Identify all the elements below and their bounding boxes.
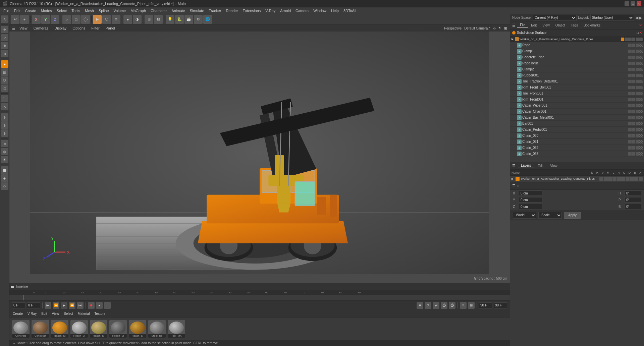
obj-action-4[interactable]: · [636, 38, 639, 41]
menu-character[interactable]: Character [149, 8, 169, 13]
coord-y-pos[interactable] [519, 197, 542, 203]
anim-record[interactable]: ⏺ [88, 302, 95, 309]
obj-row-cabin-wiper[interactable]: ▲ Cabin_Wiper001 [510, 103, 644, 109]
obj-act[interactable] [628, 110, 632, 113]
material-reach-1[interactable]: Reach_Si [51, 320, 68, 338]
toolbar-prefs[interactable]: ⚙ [194, 15, 203, 24]
toolbar-cube[interactable]: □ [72, 15, 80, 24]
menu-arnold[interactable]: Arnold [278, 8, 293, 13]
obj-act[interactable] [628, 146, 632, 150]
obj-act[interactable] [636, 128, 639, 131]
obj-act-checker[interactable] [639, 62, 643, 65]
toolbar-material[interactable]: ● [123, 15, 132, 24]
obj-row-cabin-chair[interactable]: ▲ Cabin_Chair001 [510, 109, 644, 115]
obj-action-1[interactable]: · [625, 38, 628, 41]
menu-edit[interactable]: Edit [12, 8, 22, 13]
node-space-select[interactable]: Current (V-Ray) [533, 15, 577, 21]
tool-effector[interactable]: $ [1, 121, 8, 129]
obj-action-3[interactable]: · [632, 38, 635, 41]
obj-action-5[interactable]: · [639, 38, 643, 41]
anim-power[interactable]: ⏻ [441, 302, 447, 309]
tab-edit[interactable]: Edit [528, 23, 539, 27]
viewport[interactable]: ☰ View Cameras Display Options Filter Pa… [9, 25, 510, 283]
tool-sculpt[interactable]: ⟳ [1, 182, 8, 190]
layer-icon-7[interactable]: · [626, 177, 630, 181]
tab-bookmarks[interactable]: Bookmarks [581, 23, 603, 27]
layer-icon-8[interactable]: · [630, 177, 634, 181]
current-time-input[interactable] [27, 302, 40, 308]
layers-tab-layers[interactable]: Layers [518, 163, 534, 168]
obj-act-checker[interactable] [639, 128, 643, 131]
obj-act[interactable] [632, 56, 635, 59]
menu-tools[interactable]: Tools [69, 8, 82, 13]
obj-act[interactable] [632, 86, 635, 89]
btn-edit[interactable]: Edit [39, 311, 49, 316]
anim-power2[interactable]: ⏻ [449, 302, 455, 309]
tab-view[interactable]: View [540, 23, 552, 27]
obj-act[interactable] [628, 86, 632, 89]
obj-act-checker[interactable] [639, 104, 643, 107]
layer-icon-1[interactable]: · [599, 177, 603, 181]
obj-act[interactable] [632, 122, 635, 125]
coord-h-rot[interactable] [625, 190, 641, 196]
material-construct[interactable]: Construct [32, 320, 49, 338]
max-time-input[interactable] [494, 302, 507, 308]
obj-row-tire-front[interactable]: ▲ Tire_Front001 [510, 91, 644, 97]
rp-icon-2[interactable]: ▶ [639, 15, 642, 20]
tab-tags[interactable]: Tags [568, 23, 581, 27]
layer-icon-10[interactable]: · [639, 177, 643, 181]
material-tool[interactable]: Tool_MA [168, 320, 185, 338]
obj-act-checker[interactable] [639, 44, 643, 47]
timeline-ruler[interactable]: 0 5 10 15 20 25 30 35 40 45 50 55 60 [9, 290, 510, 295]
obj-act-checker[interactable] [639, 68, 643, 71]
obj-act-checker[interactable] [639, 134, 643, 137]
obj-row-tire-traction[interactable]: ▲ Tire_Traction_Detail001 [510, 78, 644, 84]
obj-act[interactable] [628, 62, 632, 65]
coord-z-pos[interactable] [519, 204, 542, 209]
layout-select[interactable]: Startup (User) [590, 15, 634, 21]
tool-rotate[interactable]: ↻ [1, 42, 8, 49]
tool-edge[interactable]: ⬡ [1, 76, 8, 84]
minimize-button[interactable]: ─ [625, 1, 629, 6]
tool-mesh[interactable]: ▦ [1, 68, 8, 76]
obj-act[interactable] [628, 74, 632, 77]
obj-act-checker[interactable] [639, 92, 643, 95]
obj-row-bar001[interactable]: ▲ Bar001 [510, 121, 644, 127]
obj-act[interactable] [628, 104, 632, 107]
toolbar-online[interactable]: 🌐 [203, 15, 212, 24]
viewport-ctrl-2[interactable]: ↻ [498, 26, 501, 31]
obj-act[interactable] [628, 56, 632, 59]
obj-row-rubber001[interactable]: ▲ Rubber001 [510, 72, 644, 78]
obj-action-color[interactable] [621, 38, 624, 41]
subdiv-close[interactable]: ✕ [639, 31, 642, 35]
obj-act[interactable] [628, 116, 632, 119]
toolbar-coffee[interactable]: ☕ [184, 15, 193, 24]
obj-act[interactable] [636, 146, 639, 150]
btn-vray[interactable]: V-Ray [25, 311, 39, 316]
obj-row-chain032[interactable]: ▲ Chain_032 [510, 145, 644, 151]
viewport-menu-filter[interactable]: Filter [89, 26, 101, 31]
anim-skip-start[interactable]: ⏮ [45, 302, 51, 309]
layers-tab-edit[interactable]: Edit [535, 164, 546, 168]
material-reach-2[interactable]: Reach_Si [70, 320, 88, 338]
tab-file[interactable]: File [517, 23, 528, 28]
anim-prev-frame[interactable]: ⏪ [53, 302, 59, 309]
obj-act-checker[interactable] [639, 110, 643, 113]
obj-act-checker[interactable] [639, 56, 643, 59]
obj-act[interactable] [632, 134, 635, 137]
tool-polygon[interactable]: ◻ [1, 84, 8, 92]
material-reach-5[interactable]: Reach_Si [129, 320, 146, 338]
obj-act[interactable] [636, 56, 639, 59]
obj-act[interactable] [636, 134, 639, 137]
obj-act[interactable] [636, 110, 639, 113]
anim-list[interactable]: ≡ [460, 302, 467, 309]
obj-act[interactable] [632, 152, 635, 156]
coords-hamburger[interactable]: ☰ [512, 184, 516, 188]
obj-act-checker[interactable] [639, 152, 643, 156]
anim-ping[interactable]: ⇄ [433, 302, 439, 309]
close-button[interactable]: ✕ [637, 1, 641, 6]
menu-window[interactable]: Window [311, 8, 328, 13]
tool-transform[interactable]: ⊕ [1, 50, 8, 57]
toolbar-sphere[interactable]: ◯ [81, 15, 90, 24]
tool-spline[interactable]: ⌒ [1, 95, 8, 102]
